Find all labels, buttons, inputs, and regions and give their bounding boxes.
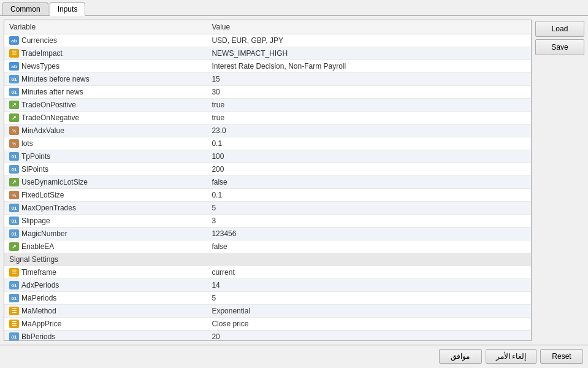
variable-cell: ☰TradeImpact — [4, 47, 207, 60]
bool-type-icon: ↗ — [9, 113, 19, 122]
variable-cell: 01BbPeriods — [4, 331, 207, 342]
table-row[interactable]: 01TpPoints100 — [4, 150, 531, 163]
variable-cell: 01Slippage — [4, 215, 207, 228]
variable-name: Minutes before news — [21, 75, 90, 83]
value-cell: NEWS_IMPACT_HIGH — [207, 47, 531, 60]
variable-name: lots — [21, 139, 33, 148]
variable-cell: ↗TradeOnNegative — [4, 112, 207, 125]
variable-name: TradeOnNegative — [21, 113, 79, 122]
value-cell: USD, EUR, GBP, JPY — [207, 34, 531, 47]
01-type-icon: 01 — [9, 152, 19, 161]
table-row[interactable]: ↗TradeOnPositivetrue — [4, 99, 531, 112]
01-type-icon: 01 — [9, 217, 19, 225]
table-row[interactable]: abNewsTypesInterest Rate Decision, Non-F… — [4, 60, 531, 73]
table-row[interactable]: abCurrenciesUSD, EUR, GBP, JPY — [4, 34, 531, 47]
params-table: Variable Value abCurrenciesUSD, EUR, GBP… — [4, 20, 531, 341]
value-cell: 100 — [207, 150, 531, 163]
tab-common[interactable]: Common — [2, 2, 48, 15]
save-button[interactable]: Save — [535, 39, 584, 55]
01-type-icon: 01 — [9, 332, 19, 341]
12-type-icon: ½ — [9, 139, 19, 148]
12-type-icon: ½ — [9, 126, 19, 135]
tab-inputs[interactable]: Inputs — [50, 2, 86, 16]
value-cell: 0.1 — [207, 137, 531, 150]
main-content: Variable Value abCurrenciesUSD, EUR, GBP… — [0, 16, 588, 345]
table-row[interactable]: 01Minutes after news30 — [4, 86, 531, 99]
value-cell: true — [207, 112, 531, 125]
01-type-icon: 01 — [9, 165, 19, 174]
table-row[interactable]: ☰MaAppPriceClose price — [4, 318, 531, 331]
reset-button[interactable]: Reset — [540, 349, 583, 364]
variable-name: Slippage — [21, 217, 50, 225]
table-row[interactable]: 01MaPeriods5 — [4, 292, 531, 305]
ok-button[interactable]: موافق — [439, 349, 482, 364]
variable-name: BbPeriods — [21, 332, 55, 341]
table-row[interactable]: ½lots0.1 — [4, 137, 531, 150]
01-type-icon: 01 — [9, 75, 19, 83]
variable-cell: abCurrencies — [4, 34, 207, 47]
variable-name: MaPeriods — [21, 294, 56, 302]
value-cell: false — [207, 176, 531, 189]
variable-name: UseDynamicLotSize — [21, 178, 88, 186]
table-row[interactable]: 01MaxOpenTrades5 — [4, 202, 531, 215]
table-container: Variable Value abCurrenciesUSD, EUR, GBP… — [4, 20, 532, 341]
variable-name: Currencies — [21, 36, 57, 45]
01-type-icon: 01 — [9, 204, 19, 212]
tab-bar: Common Inputs — [0, 0, 588, 16]
variable-cell: ½lots — [4, 137, 207, 150]
value-cell: 30 — [207, 86, 531, 99]
variable-cell: ☰MaMethod — [4, 305, 207, 318]
col-value: Value — [207, 20, 531, 34]
table-row[interactable]: 01MagicNumber123456 — [4, 228, 531, 240]
variable-name: MaMethod — [21, 307, 56, 315]
value-cell: 15 — [207, 73, 531, 86]
table-row[interactable]: 01SlPoints200 — [4, 163, 531, 176]
table-row[interactable]: Signal Settings — [4, 253, 531, 266]
table-row[interactable]: ↗EnableEAfalse — [4, 240, 531, 253]
table-row[interactable]: ½MinAdxValue23.0 — [4, 125, 531, 137]
variable-name: Timeframe — [21, 268, 56, 277]
variable-cell: 01AdxPeriods — [4, 279, 207, 292]
variable-cell: ↗UseDynamicLotSize — [4, 176, 207, 189]
cancel-button[interactable]: إلغاء الأمر — [486, 349, 536, 364]
table-row[interactable]: 01BbPeriods20 — [4, 331, 531, 342]
enum-type-icon: ☰ — [9, 307, 19, 315]
value-cell: 5 — [207, 292, 531, 305]
variable-name: TradeOnPositive — [21, 101, 76, 109]
value-cell: Exponential — [207, 305, 531, 318]
variable-name: MaxOpenTrades — [21, 204, 76, 212]
table-row[interactable]: ☰Timeframecurrent — [4, 266, 531, 279]
right-panel: Load Save — [535, 20, 584, 341]
enum-type-icon: ☰ — [9, 320, 19, 328]
variable-name: EnableEA — [21, 242, 54, 251]
value-cell: 5 — [207, 202, 531, 215]
01-type-icon: 01 — [9, 229, 19, 238]
variable-cell: 01Minutes after news — [4, 86, 207, 99]
variable-name: MinAdxValue — [21, 126, 64, 135]
table-row[interactable]: ☰TradeImpactNEWS_IMPACT_HIGH — [4, 47, 531, 60]
variable-cell: ½MinAdxValue — [4, 125, 207, 137]
variable-name: Minutes after news — [21, 88, 83, 96]
value-cell: 23.0 — [207, 125, 531, 137]
variable-cell: 01MaxOpenTrades — [4, 202, 207, 215]
12-type-icon: ½ — [9, 191, 19, 199]
section-header-cell: Signal Settings — [4, 253, 531, 266]
01-type-icon: 01 — [9, 294, 19, 302]
variable-cell: abNewsTypes — [4, 60, 207, 73]
table-row[interactable]: ↗TradeOnNegativetrue — [4, 112, 531, 125]
value-cell: Close price — [207, 318, 531, 331]
table-row[interactable]: 01Slippage3 — [4, 215, 531, 228]
enum-type-icon: ☰ — [9, 268, 19, 277]
table-row[interactable]: ☰MaMethodExponential — [4, 305, 531, 318]
table-row[interactable]: ½FixedLotSize0.1 — [4, 189, 531, 202]
bool-type-icon: ↗ — [9, 101, 19, 109]
value-cell: 123456 — [207, 228, 531, 240]
variable-name: NewsTypes — [21, 62, 59, 71]
value-cell: true — [207, 99, 531, 112]
table-row[interactable]: 01AdxPeriods14 — [4, 279, 531, 292]
load-button[interactable]: Load — [535, 21, 584, 37]
table-row[interactable]: ↗UseDynamicLotSizefalse — [4, 176, 531, 189]
value-cell: 20 — [207, 331, 531, 342]
table-row[interactable]: 01Minutes before news15 — [4, 73, 531, 86]
bool-type-icon: ↗ — [9, 242, 19, 251]
